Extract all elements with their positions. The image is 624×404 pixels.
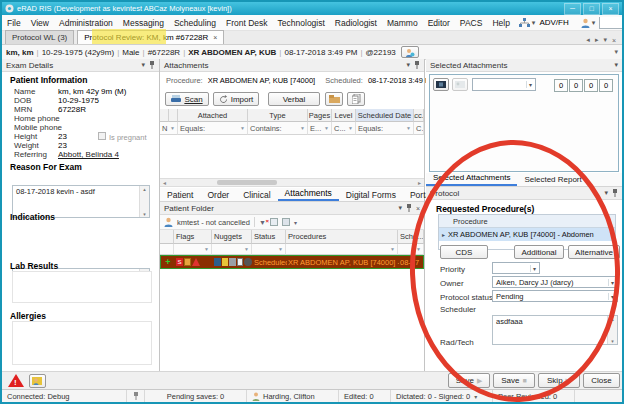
tab-clinical[interactable]: Clinical	[236, 188, 277, 201]
menu-editor[interactable]: Editor	[423, 18, 455, 28]
tab-protocol-review[interactable]: Protocol Review: KM, km #67228R	[77, 30, 224, 44]
scrollbar[interactable]	[607, 316, 617, 344]
status-dropdown-icon[interactable]	[474, 393, 477, 400]
tab-prev-icon[interactable]	[586, 36, 590, 44]
add-icon[interactable]: +	[165, 258, 170, 266]
search-input[interactable]	[600, 17, 624, 28]
panel-menu-icon[interactable]	[406, 61, 410, 69]
scroll-left-icon[interactable]	[160, 179, 169, 186]
pin-icon[interactable]	[612, 189, 618, 197]
tab-digital-forms[interactable]: Digital Forms	[339, 188, 403, 201]
is-pregnant-checkbox[interactable]	[98, 132, 106, 140]
image-view-button[interactable]	[452, 78, 468, 91]
attachments-grid-body[interactable]	[160, 135, 424, 178]
filter-funnel-icon[interactable]	[170, 125, 175, 131]
scan-button[interactable]: Scan	[165, 92, 209, 106]
filter-cell[interactable]	[398, 244, 424, 255]
referring-physician-link[interactable]: Abbott, Belinda 4	[58, 150, 119, 159]
scroll-down-icon[interactable]	[143, 211, 146, 217]
menu-messaging[interactable]: Messaging	[118, 18, 169, 28]
col-flags[interactable]: Flags	[174, 230, 212, 244]
scroll-right-icon[interactable]	[415, 179, 424, 186]
alert-warning-icon[interactable]	[8, 374, 24, 387]
film-view-button[interactable]	[433, 78, 449, 91]
alternative-button[interactable]: Alternative	[568, 245, 620, 259]
owner-combo[interactable]: Aiken, Darcy JJ (darcy)	[492, 276, 618, 288]
pin-icon[interactable]	[406, 204, 412, 212]
import-button[interactable]: Import	[213, 92, 259, 106]
filter-funnel-icon[interactable]	[240, 125, 245, 131]
tab-list-icon[interactable]	[603, 36, 607, 44]
filter-funnel-icon[interactable]	[244, 246, 249, 252]
filter-cell[interactable]: C...	[332, 122, 356, 135]
filter-funnel-icon[interactable]	[390, 246, 395, 252]
additional-button[interactable]: Additional	[514, 245, 564, 259]
tab-order[interactable]: Order	[200, 188, 236, 201]
scroll-thumb[interactable]	[217, 180, 277, 185]
requested-procedure-row[interactable]: XR ABDOMEN AP, KUB [74000] - Abdomen	[439, 228, 615, 241]
tab-patient[interactable]: Patient	[160, 188, 200, 201]
maximize-button[interactable]	[583, 3, 600, 15]
scroll-up-icon[interactable]	[143, 186, 146, 192]
filter-cell[interactable]	[174, 244, 212, 255]
save-next-button[interactable]: Save	[448, 373, 490, 388]
tab-attachments[interactable]: Attachments	[278, 186, 339, 201]
col-level[interactable]: Level	[332, 109, 356, 122]
tab-protocol-wl[interactable]: Protocol WL (3)	[5, 30, 74, 44]
close-button[interactable]	[602, 3, 619, 15]
scroll-down-icon[interactable]	[611, 338, 614, 344]
protocol-status-combo[interactable]: Pending	[492, 290, 618, 302]
panel-menu-icon[interactable]	[604, 189, 608, 197]
tab-selected-attachments[interactable]: Selected Attachments	[426, 171, 517, 186]
skip-button[interactable]: Skip	[538, 373, 580, 388]
attachment-type-combo[interactable]	[472, 78, 536, 91]
save-stay-button[interactable]: Save	[493, 373, 535, 388]
menu-help[interactable]: Help	[487, 18, 514, 28]
procedure-column-header[interactable]: Procedure	[439, 215, 615, 228]
cds-button[interactable]: CDS	[440, 245, 488, 259]
filter-cell[interactable]: Contains:	[248, 122, 308, 135]
filter-funnel-icon[interactable]	[300, 125, 305, 131]
panel-menu-icon[interactable]	[614, 61, 618, 69]
toolbar-more-icon[interactable]	[294, 219, 297, 226]
panel-close-icon[interactable]	[416, 205, 420, 212]
col-status[interactable]: Status	[252, 230, 286, 244]
document-icon-button[interactable]	[347, 92, 365, 106]
filter-funnel-icon[interactable]	[406, 125, 411, 131]
combo-dropdown-icon[interactable]	[526, 81, 532, 88]
menu-file[interactable]: File	[2, 18, 26, 28]
menu-mammo[interactable]: Mammo	[382, 18, 423, 28]
expand-row-icon[interactable]	[442, 231, 445, 238]
col-scheduled-date[interactable]: Scheduled Date	[356, 109, 414, 122]
tab-next-icon[interactable]	[595, 36, 599, 44]
filter-cell[interactable]	[212, 244, 252, 255]
site-label[interactable]: ADV/FH	[539, 18, 568, 27]
scroll-up-icon[interactable]	[611, 316, 614, 322]
close-exam-button[interactable]: Close	[583, 373, 620, 388]
filter-cell[interactable]: N	[160, 122, 178, 135]
clear-filter-icon[interactable]: ×	[259, 219, 266, 226]
org-chart-icon[interactable]	[519, 18, 536, 27]
priority-combo[interactable]	[492, 262, 540, 274]
col-nuggets[interactable]: Nuggets	[212, 230, 252, 244]
filter-funnel-icon[interactable]	[278, 246, 283, 252]
pin-icon[interactable]	[149, 61, 155, 69]
panel-menu-icon[interactable]	[141, 61, 145, 69]
filter-funnel-icon[interactable]	[348, 125, 353, 131]
filter-cell[interactable]: C...	[414, 122, 424, 135]
filter-cell[interactable]	[252, 244, 286, 255]
tab-close-icon[interactable]	[213, 34, 217, 41]
banner-dropdown-icon[interactable]	[614, 48, 618, 56]
user-dropdown-icon[interactable]	[592, 19, 596, 27]
menu-administration[interactable]: Administration	[54, 18, 118, 28]
scrollbar[interactable]	[139, 186, 149, 217]
col-scheduled[interactable]: Sche...	[398, 230, 424, 244]
col-accession[interactable]: Acc...	[414, 109, 424, 122]
status-pin-icon[interactable]	[127, 390, 145, 402]
col-attached[interactable]: Attached	[178, 109, 248, 122]
filter-funnel-icon[interactable]	[324, 125, 329, 131]
patient-alert-button[interactable]	[29, 374, 46, 388]
menu-front-desk[interactable]: Front Desk	[221, 18, 273, 28]
group-view-icon[interactable]	[282, 218, 290, 226]
user-icon[interactable]	[581, 18, 596, 28]
